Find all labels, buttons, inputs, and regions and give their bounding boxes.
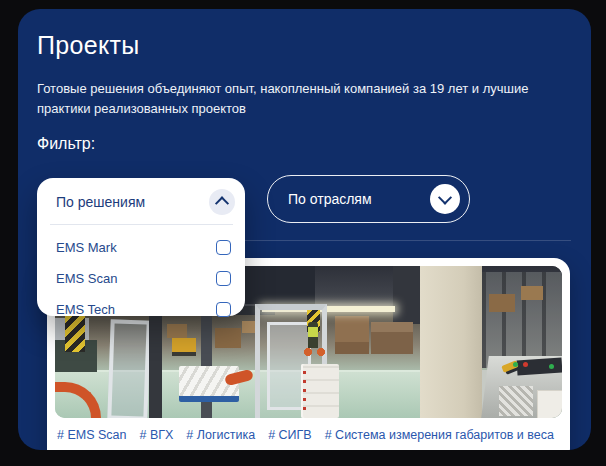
tag-chip[interactable]: # СИГВ — [268, 428, 312, 442]
solutions-option-row[interactable]: EMS Scan — [37, 263, 245, 294]
photo-white-cartons — [301, 364, 339, 418]
solutions-option-row[interactable]: EMS Mark — [37, 232, 245, 263]
photo-carton-markings — [303, 370, 306, 410]
solutions-filter-label: По решениям — [56, 194, 145, 210]
photo-box-stack — [335, 316, 369, 354]
option-label: EMS Mark — [56, 240, 117, 255]
chevron-up-circle — [209, 189, 235, 215]
photo-red-indicator — [523, 362, 528, 367]
photo-scanner-frame-left — [107, 319, 150, 418]
tag-chip[interactable]: # EMS Scan — [57, 428, 126, 442]
photo-yellow-equipment — [172, 338, 196, 356]
photo-white-box-right — [537, 390, 562, 418]
photo-dark-beam — [393, 266, 421, 324]
chevron-up-icon — [215, 196, 229, 210]
photo-green-indicator — [513, 362, 518, 367]
option-label: EMS Scan — [56, 271, 117, 286]
tag-chip[interactable]: # ВГХ — [139, 428, 173, 442]
checkbox-ems-mark[interactable] — [216, 240, 231, 255]
page-description: Готовые решения объединяют опыт, накопле… — [37, 79, 559, 119]
solutions-filter-header[interactable]: По решениям — [37, 178, 245, 224]
photo-box — [215, 328, 241, 348]
photo-green-indicator — [549, 364, 554, 369]
filter-label: Фильтр: — [37, 135, 95, 153]
photo-box-stack — [371, 322, 413, 354]
card-tags: # EMS Scan # ВГХ # Логистика # СИГВ # Си… — [55, 428, 562, 442]
industries-filter-button[interactable]: По отраслям — [267, 175, 470, 223]
chevron-down-circle — [430, 184, 460, 214]
projects-panel: Проекты Готовые решения объединяют опыт,… — [18, 9, 591, 450]
photo-box — [521, 286, 543, 300]
solutions-options-list: EMS Mark EMS Scan EMS Tech — [37, 225, 245, 325]
photo-box — [489, 294, 515, 312]
photo-grille — [499, 386, 533, 416]
chevron-down-icon — [438, 191, 452, 205]
photo-concrete-pillar — [420, 266, 482, 418]
tag-chip[interactable]: # Логистика — [186, 428, 255, 442]
industries-filter-label: По отраслям — [288, 191, 372, 207]
solutions-filter-dropdown: По решениям EMS Mark EMS Scan EMS Tech — [37, 178, 245, 316]
photo-box — [167, 324, 187, 338]
photo-worker-vest — [308, 327, 318, 337]
solutions-option-row[interactable]: EMS Tech — [37, 294, 245, 325]
page-background: Проекты Готовые решения объединяют опыт,… — [0, 0, 606, 466]
tag-chip[interactable]: # Система измерения габаритов и веса — [325, 428, 554, 442]
option-label: EMS Tech — [56, 302, 115, 317]
page-title: Проекты — [37, 31, 139, 60]
photo-orange-items — [303, 348, 329, 356]
checkbox-ems-scan[interactable] — [216, 271, 231, 286]
checkbox-ems-tech[interactable] — [216, 302, 231, 317]
